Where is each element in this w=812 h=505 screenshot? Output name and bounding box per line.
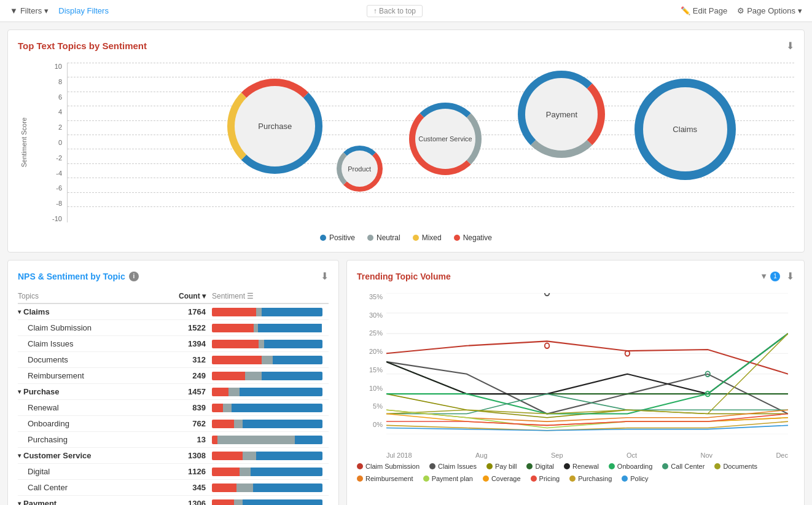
- topic-sentiment-bar: [206, 372, 329, 380]
- legend-color-dot: [564, 463, 570, 469]
- neu-bar: [254, 324, 258, 332]
- collapse-chevron[interactable]: ▾: [18, 308, 21, 315]
- legend-item-label: Documents: [723, 463, 757, 470]
- trending-legend-item: Payment plan: [423, 475, 473, 482]
- nps-title: NPS & Sentiment by Topic i: [18, 272, 139, 281]
- topic-count: 839: [169, 403, 206, 412]
- legend-item-label: Digital: [535, 463, 554, 470]
- nps-sub-row: Digital 1126: [18, 464, 329, 480]
- pos-bar: [273, 356, 322, 364]
- nps-table-body: ▾ Claims 1764 Claim Submission 1522: [18, 304, 329, 505]
- topbar: ▼ Filters ▾ Display Filters ↑ Back to to…: [0, 0, 812, 22]
- nps-header: NPS & Sentiment by Topic i ⬇: [18, 270, 329, 282]
- trending-filter-button[interactable]: ▼ 1: [760, 272, 780, 281]
- topic-count: 249: [169, 371, 206, 380]
- pos-bar: [232, 404, 322, 412]
- bubble-drawing-area: Purchase Product Customer Service Paymen…: [67, 63, 794, 222]
- trending-legend-item: Claim Issues: [429, 463, 477, 470]
- filter-badge: 1: [770, 272, 780, 281]
- topic-count: 1306: [169, 499, 206, 505]
- legend-item-label: Policy: [630, 475, 648, 482]
- pos-bar: [262, 308, 322, 316]
- filters-button[interactable]: ▼ Filters ▾: [10, 6, 49, 15]
- edit-page-button[interactable]: ✏️ Edit Page: [681, 6, 727, 15]
- col-count-header[interactable]: Count ▾: [169, 292, 206, 300]
- topic-label: Reimbursement: [28, 371, 84, 380]
- legend-color-dot: [622, 476, 628, 482]
- legend-color-dot: [531, 476, 537, 482]
- download-button[interactable]: ⬇: [786, 40, 794, 52]
- topic-sentiment-bar: [206, 340, 329, 348]
- page-options-button[interactable]: ⚙ Page Options ▾: [737, 6, 802, 15]
- nps-sub-row: Reimbursement 249: [18, 368, 329, 384]
- pos-bar: [243, 499, 322, 506]
- neg-bar: [212, 420, 234, 428]
- trending-legend-item: Call Center: [662, 463, 705, 470]
- legend-item-label: Renewal: [572, 463, 599, 470]
- topic-sentiment-bar: [206, 452, 329, 460]
- main-content: Top Text Topics by Sentiment ⬇ Sentiment…: [0, 22, 812, 505]
- collapse-chevron[interactable]: ▾: [18, 452, 21, 459]
- pos-bar: [264, 340, 322, 348]
- gear-icon: ⚙: [737, 6, 744, 15]
- trending-legend-item: Documents: [714, 463, 757, 470]
- pos-bar: [262, 372, 322, 380]
- legend-color-dot: [486, 463, 493, 469]
- legend-color-dot: [662, 463, 668, 469]
- topic-label: Customer Service: [23, 451, 92, 460]
- neu-bar: [240, 468, 251, 476]
- pencil-icon: ✏️: [681, 6, 690, 15]
- nps-card: NPS & Sentiment by Topic i ⬇ Topics Coun…: [7, 260, 339, 505]
- neu-bar: [243, 452, 256, 460]
- trending-legend-item: Coverage: [483, 475, 521, 482]
- info-icon[interactable]: i: [129, 272, 139, 281]
- trending-legend-item: Onboarding: [609, 463, 653, 470]
- topic-count: 1457: [169, 387, 206, 396]
- page-options-chevron: ▾: [798, 6, 802, 15]
- edit-page-label: Edit Page: [693, 6, 727, 15]
- topic-label: Payment: [23, 499, 57, 505]
- y-axis-label: Sentiment Score: [20, 117, 28, 167]
- col-topic-header: Topics: [18, 292, 169, 300]
- collapse-chevron[interactable]: ▾: [18, 500, 21, 505]
- legend-color-dot: [483, 476, 489, 482]
- neg-bar: [212, 436, 217, 444]
- collapse-chevron[interactable]: ▾: [18, 388, 21, 395]
- filter-icon: ▼: [10, 6, 18, 15]
- neu-bar: [228, 388, 240, 396]
- legend-color-dot: [423, 476, 429, 482]
- topic-sentiment-bar: [206, 468, 329, 476]
- trending-legend-item: Policy: [622, 475, 648, 482]
- display-filters-button[interactable]: Display Filters: [58, 6, 109, 15]
- col-sentiment-header[interactable]: Sentiment ☰: [206, 292, 329, 300]
- legend-item-label: Pricing: [539, 475, 560, 482]
- trending-download-button[interactable]: ⬇: [786, 270, 794, 282]
- legend-neutral: Neutral: [367, 233, 400, 242]
- nps-group-row: ▾ Purchase 1457: [18, 384, 329, 400]
- neu-bar: [234, 499, 243, 506]
- trending-legend-item: Digital: [526, 463, 554, 470]
- nps-sub-row: Claim Issues 1394: [18, 336, 329, 352]
- neg-bar: [212, 324, 254, 332]
- y-labels: 35% 30% 25% 20% 15% 10% 5% 0%: [357, 293, 383, 428]
- back-to-top-button[interactable]: ↑ Back to top: [367, 5, 423, 17]
- neg-bar: [212, 404, 223, 412]
- topic-sentiment-bar: [206, 420, 329, 428]
- nps-download-button[interactable]: ⬇: [321, 270, 329, 282]
- svg-point-10: [545, 293, 549, 296]
- neu-bar: [234, 420, 243, 428]
- neg-bar: [212, 483, 236, 492]
- topic-label: Renewal: [28, 403, 59, 412]
- topbar-right: ✏️ Edit Page ⚙ Page Options ▾: [681, 6, 802, 15]
- neg-bar: [212, 372, 245, 380]
- trending-header: Trending Topic Volume ▼ 1 ⬇: [357, 270, 794, 282]
- legend-item-label: Reimbursement: [365, 475, 413, 482]
- pos-bar: [243, 420, 322, 428]
- positive-dot: [320, 235, 326, 241]
- legend-color-dot: [569, 476, 576, 482]
- nps-sub-row: Claim Submission 1522: [18, 320, 329, 336]
- filter-icon: ▼: [760, 272, 768, 281]
- nps-group-row: ▾ Payment 1306: [18, 496, 329, 505]
- topic-count: 1394: [169, 339, 206, 348]
- nps-sub-row: Purchasing 13: [18, 432, 329, 448]
